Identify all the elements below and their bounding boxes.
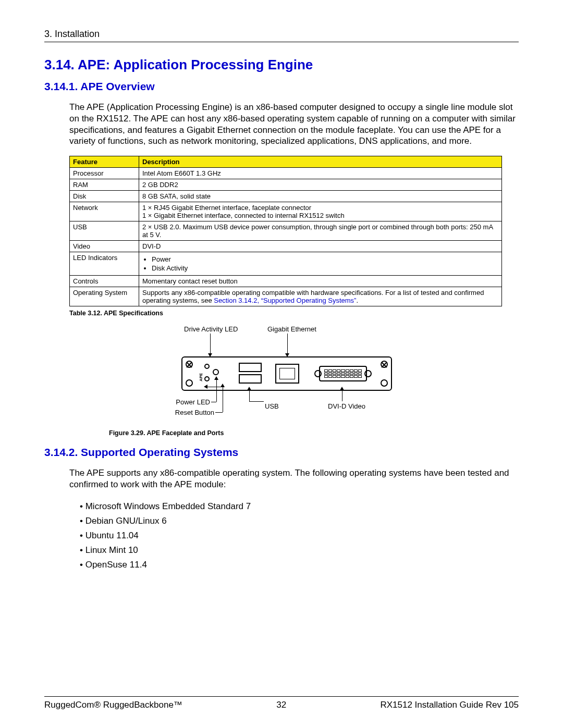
table-row: VideoDVI-D [70,241,502,252]
spec-header-description: Description [139,156,502,168]
label-gigabit-ethernet: Gigabit Ethernet [267,325,316,333]
label-dvi-video: DVI-D Video [328,402,365,410]
table-caption: Table 3.12. APE Specifications [69,310,519,317]
screw-icon [186,379,193,387]
power-led-icon [213,369,219,375]
page-footer: RuggedCom® RuggedBackbone™ 32 RX1512 Ins… [44,700,519,710]
label-usb: USB [265,402,279,410]
footer-divider [44,696,519,697]
screw-icon [186,361,193,368]
usb-port-icon [239,374,262,384]
list-item: Microsoft Windows Embedded Standard 7 [80,499,519,514]
ape-marking: APE [199,373,203,381]
subsection-2-heading: 3.14.2. Supported Operating Systems [44,446,519,459]
subsection-1-heading: 3.14.1. APE Overview [44,80,519,93]
table-row: USB2 × USB 2.0. Maximum USB device power… [70,221,502,241]
list-item: Linux Mint 10 [80,543,519,558]
footer-right: RX1512 Installation Guide Rev 105 [380,700,519,710]
spec-table: Feature Description ProcessorIntel Atom … [69,156,502,306]
usb-port-icon [239,363,262,372]
table-row: LED Indicators Power Disk Activity [70,252,502,276]
table-row: RAM2 GB DDR2 [70,179,502,191]
table-row: ProcessorIntel Atom E660T 1.3 GHz [70,168,502,179]
screw-icon [381,379,388,387]
table-row: ControlsMomentary contact reset button [70,276,502,287]
drive-led-icon [204,364,210,369]
table-row: Network1 × RJ45 Gigabit Ethernet interfa… [70,202,502,221]
figure-caption: Figure 3.29. APE Faceplate and Ports [109,429,502,437]
list-item: Ubuntu 11.04 [80,528,519,543]
table-row: Disk8 GB SATA, solid state [70,191,502,202]
dvi-port-icon [319,366,367,381]
subsection-1-body: The APE (Application Processing Engine) … [69,102,519,147]
label-reset-button: Reset Button [174,409,214,416]
faceplate-outline: APE [181,356,392,391]
footer-page-number: 32 [276,700,286,710]
label-drive-led: Drive Activity LED [184,325,238,333]
section-heading: 3.14. APE: Application Processing Engine [44,57,519,73]
spec-header-feature: Feature [70,156,139,168]
table-row: Operating System Supports any x86-compat… [70,287,502,306]
breadcrumb: 3. Installation [44,29,519,40]
ethernet-port-icon [275,364,299,384]
cross-reference-link[interactable]: Section 3.14.2, “Supported Operating Sys… [214,297,356,304]
footer-left: RuggedCom® RuggedBackbone™ [44,700,182,710]
list-item: OpenSuse 11.4 [80,558,519,572]
figure-faceplate: Drive Activity LED Gigabit Ethernet APE [69,325,502,437]
list-item: Debian GNU/Linux 6 [80,514,519,528]
subsection-2-body: The APE supports any x86-compatible oper… [69,467,519,490]
header-divider [44,42,519,42]
label-power-led: Power LED [174,398,210,406]
os-list: Microsoft Windows Embedded Standard 7 De… [69,499,519,572]
reset-button-icon [204,376,210,381]
screw-icon [381,361,388,368]
